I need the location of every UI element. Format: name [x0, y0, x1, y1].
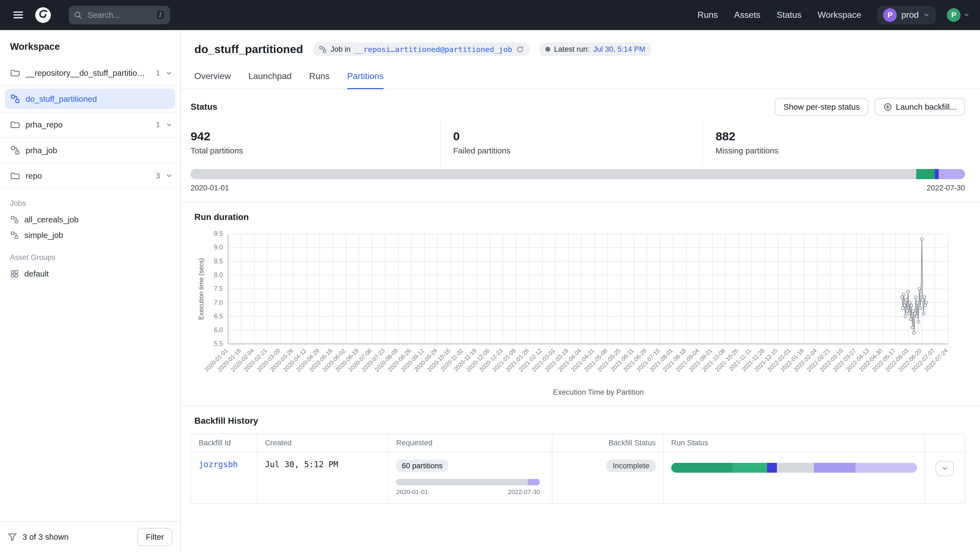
svg-text:8.5: 8.5	[214, 257, 223, 265]
workspace-sidebar: Workspace __repository__do_stuff_partiti…	[0, 30, 181, 552]
sidebar-item-repo[interactable]: repo 3	[0, 163, 180, 188]
chevron-down-icon[interactable]	[165, 70, 172, 76]
run-duration-chart: 2020-01-012020-01-182020-02-042020-02-21…	[191, 225, 965, 390]
col-header-actions	[925, 434, 965, 452]
latest-run-link[interactable]: Jul 30, 5:14 PM	[593, 45, 645, 54]
sidebar-scroll-area: __repository__do_stuff_partitio… 1 do_st…	[0, 61, 180, 521]
filter-funnel-icon	[7, 532, 18, 542]
chevron-down-icon[interactable]	[165, 172, 172, 179]
bar-segment	[856, 463, 917, 473]
nav-link-assets[interactable]: Assets	[734, 10, 760, 20]
top-nav-links: Runs Assets Status Workspace	[697, 10, 861, 20]
sidebar-item-simple-job[interactable]: simple_job	[0, 228, 180, 243]
sidebar-item-default-asset-group[interactable]: default	[0, 266, 180, 282]
refresh-icon[interactable]	[516, 45, 524, 54]
requested-partitions-chip[interactable]: 60 partitions	[396, 460, 448, 472]
latest-run-label: Latest run:	[554, 45, 589, 54]
svg-text:5.5: 5.5	[214, 340, 223, 347]
hamburger-icon	[13, 9, 24, 21]
search-input[interactable]	[86, 10, 152, 21]
backfill-id-link[interactable]: jozrgsbh	[199, 460, 238, 469]
bar-segment	[671, 463, 733, 473]
chevron-down-icon	[942, 465, 948, 472]
job-badge-prefix: Job in	[331, 45, 351, 54]
bar-segment	[939, 169, 965, 179]
svg-text:Execution time (secs): Execution time (secs)	[198, 258, 205, 320]
launch-backfill-button[interactable]: Launch backfill...	[875, 98, 965, 116]
col-header-created: Created	[257, 434, 388, 452]
svg-text:6.0: 6.0	[214, 326, 223, 333]
partition-stats: 942 Total partitions 0 Failed partitions…	[181, 121, 980, 165]
sidebar-item-all-cereals-job[interactable]: all_cereals_job	[0, 212, 180, 228]
status-section: Status Show per-step status Launch backf…	[181, 89, 980, 202]
svg-text:7.5: 7.5	[214, 285, 223, 292]
bar-segment	[396, 479, 528, 485]
job-badge: Job in __reposi…artitioned@partitioned_j…	[313, 43, 530, 56]
page-title: do_stuff_partitioned	[194, 43, 303, 56]
tab-runs[interactable]: Runs	[309, 66, 329, 89]
deployment-avatar: P	[883, 8, 897, 22]
chevron-down-icon[interactable]	[165, 121, 172, 128]
user-menu[interactable]: P	[947, 8, 970, 22]
sidebar-item-prha-job[interactable]: prha_job	[0, 138, 180, 163]
col-header-run-status: Run Status	[663, 434, 925, 452]
asset-group-icon	[10, 270, 19, 278]
sidebar-item-do-stuff-partitioned[interactable]: do_stuff_partitioned	[5, 89, 175, 109]
partition-range: 2020-01-01 2022-07-30	[191, 184, 965, 192]
nav-link-status[interactable]: Status	[776, 10, 802, 20]
svg-text:8.0: 8.0	[214, 271, 223, 278]
tab-overview[interactable]: Overview	[194, 66, 231, 89]
filter-button[interactable]: Filter	[137, 528, 172, 546]
svg-text:7.0: 7.0	[214, 299, 223, 306]
run-duration-section: Run duration 2020-01-012020-01-182020-02…	[181, 202, 980, 405]
section-label-jobs: Jobs	[0, 189, 180, 212]
run-duration-heading: Run duration	[181, 203, 980, 225]
dagster-logo-icon[interactable]	[34, 6, 52, 24]
section-label-asset-groups: Asset Groups	[0, 243, 180, 266]
stat-failed-partitions: 0 Failed partitions	[441, 122, 703, 165]
folder-icon	[10, 120, 20, 130]
sidebar-footer: 3 of 3 shown Filter	[0, 521, 180, 552]
svg-text:9.0: 9.0	[214, 244, 223, 251]
partition-status-bar[interactable]	[191, 169, 965, 179]
sidebar-item-repository-do-stuff[interactable]: __repository__do_stuff_partitio… 1	[0, 61, 180, 86]
deployment-name: prod	[901, 10, 919, 20]
chart-svg: 2020-01-012020-01-182020-02-042020-02-21…	[191, 225, 965, 390]
nav-link-runs[interactable]: Runs	[697, 10, 718, 20]
folder-icon	[10, 171, 20, 181]
tab-partitions[interactable]: Partitions	[347, 66, 383, 89]
show-per-step-status-button[interactable]: Show per-step status	[775, 98, 868, 116]
search-box[interactable]: /	[69, 6, 170, 24]
col-header-backfill-id: Backfill Id	[191, 434, 257, 452]
backfill-created: Jul 30, 5:12 PM	[257, 452, 388, 504]
workspace-title: Workspace	[0, 30, 180, 61]
backfill-table: Backfill Id Created Requested Backfill S…	[191, 433, 965, 504]
deployment-switcher[interactable]: P prod	[878, 6, 935, 24]
col-header-backfill-status: Backfill Status	[552, 434, 663, 452]
run-status-bar[interactable]	[671, 463, 917, 473]
job-icon	[319, 45, 327, 54]
col-header-requested: Requested	[388, 434, 552, 452]
expand-row-button[interactable]	[935, 461, 954, 476]
svg-text:9.5: 9.5	[214, 230, 223, 237]
svg-text:6.5: 6.5	[214, 312, 223, 319]
tab-launchpad[interactable]: Launchpad	[248, 66, 291, 89]
bar-segment	[528, 479, 540, 485]
chart-x-axis-caption: Execution Time by Partition	[181, 388, 980, 405]
shown-count-text: 3 of 3 shown	[22, 532, 68, 542]
backfill-status-badge: Incomplete	[606, 460, 655, 472]
backfill-history-section: Backfill History Backfill Id Created Req…	[181, 405, 980, 504]
sidebar-item-prha-repo[interactable]: prha_repo 1	[0, 113, 180, 137]
run-status-dot	[545, 47, 550, 52]
user-avatar: P	[947, 8, 961, 22]
job-path-link[interactable]: __reposi…artitioned@partitioned_job	[354, 45, 512, 54]
bar-segment	[767, 463, 777, 473]
nav-link-workspace[interactable]: Workspace	[818, 10, 861, 20]
hamburger-menu-button[interactable]	[10, 7, 26, 23]
count-badge: 1	[156, 69, 160, 78]
dagster-app-window: / Runs Assets Status Workspace P prod P …	[0, 0, 980, 552]
backfill-table-header: Backfill Id Created Requested Backfill S…	[191, 434, 965, 452]
status-heading: Status	[191, 102, 217, 112]
requested-partitions-bar	[396, 479, 540, 485]
folder-icon	[10, 68, 20, 78]
